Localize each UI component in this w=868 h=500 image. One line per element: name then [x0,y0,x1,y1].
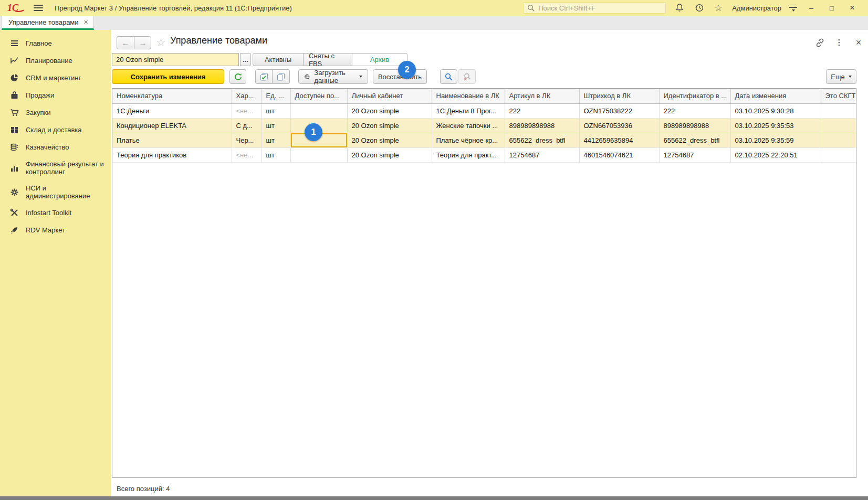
cell[interactable]: 20 Ozon simple [347,133,432,147]
column-header[interactable]: Хар... [232,89,262,103]
cell[interactable]: 12754687 [505,147,579,162]
sidebar-item-administration[interactable]: НСИ и администрирование [0,180,111,204]
cell[interactable]: шт [262,133,290,147]
sidebar-item-rdv-market[interactable]: RDV Маркет [0,221,111,239]
check-all-button[interactable] [255,69,273,84]
cell[interactable]: <не... [232,147,262,162]
cell[interactable]: 1С:Деньги [112,103,232,118]
sidebar-item-planning[interactable]: Планирование [0,52,111,69]
refresh-button[interactable] [229,69,246,84]
cell[interactable]: шт [262,118,290,133]
app-window: 1С Препрод Маркет 3 / Управление торговл… [0,0,868,500]
cell[interactable]: шт [262,103,290,118]
filter-active-button[interactable]: Активны [253,53,304,66]
cell[interactable] [290,147,347,162]
cell[interactable]: С д... [232,118,262,133]
cell[interactable]: Теория для практиков [112,147,232,162]
column-header[interactable]: Артикул в ЛК [505,89,579,103]
find-button[interactable] [440,69,457,84]
table-row: Теория для практиков <не... шт 20 Ozon s… [112,147,856,162]
filter-removed-fbs-button[interactable]: Сняты с FBS [304,53,352,66]
column-header[interactable]: Наименование в ЛК [432,89,505,103]
cell[interactable]: OZN175038222 [579,103,659,118]
cell[interactable]: 03.10.2025 9:35:53 [730,118,821,133]
cabinet-choose-button[interactable]: ... [240,53,251,66]
cell[interactable]: OZN667053936 [579,118,659,133]
cell[interactable]: Платье [112,133,232,147]
uncheck-all-button[interactable] [273,69,290,84]
table-row: Кондиционер ELEKTA С д... шт 20 Ozon sim… [112,118,856,133]
cell[interactable]: 4601546074621 [579,147,659,162]
forward-button[interactable]: → [134,36,151,49]
global-search[interactable] [523,2,666,14]
cell[interactable] [821,133,856,147]
annotation-badge-2: 2 [398,61,416,79]
cell[interactable] [821,147,856,162]
cell[interactable]: Кондиционер ELEKTA [112,118,232,133]
cell[interactable] [821,103,856,118]
favorites-star-icon[interactable]: ☆ [713,2,724,14]
cell[interactable]: 20 Ozon simple [347,103,432,118]
cell[interactable]: Теория для практ... [432,147,505,162]
sidebar-item-purchasing[interactable]: Закупки [0,104,111,121]
current-user-label[interactable]: Администратор [732,4,781,12]
service-menu-icon[interactable] [789,5,797,12]
cell[interactable]: 4412659635894 [579,133,659,147]
cabinet-filter-input[interactable] [112,53,239,66]
tab-product-management[interactable]: Управление товарами × [2,16,94,30]
cell[interactable] [290,103,347,118]
history-icon[interactable] [693,2,705,14]
cell[interactable]: 20 Ozon simple [347,147,432,162]
cell[interactable]: 12754687 [659,147,730,162]
sidebar-item-sales[interactable]: Продажи [0,87,111,104]
sidebar-item-treasury[interactable]: Казначейство [0,139,111,156]
notifications-bell-icon[interactable] [674,2,685,14]
sidebar-item-crm[interactable]: CRM и маркетинг [0,69,111,87]
cell[interactable]: 02.10.2025 22:20:51 [730,147,821,162]
cell[interactable]: 222 [659,103,730,118]
cell[interactable]: 20 Ozon simple [347,118,432,133]
column-header[interactable]: Штрихкод в ЛК [579,89,659,103]
more-actions-button[interactable]: Еще [826,69,856,84]
cell[interactable]: Платье чёрное кр... [432,133,505,147]
column-header[interactable]: Личный кабинет [347,89,432,103]
window-maximize-button[interactable]: □ [825,4,838,12]
cell[interactable]: Женские тапочки ... [432,118,505,133]
cell[interactable]: 898989898988 [659,118,730,133]
form-close-icon[interactable]: × [853,37,864,48]
cell[interactable]: 03.10.2025 9:30:28 [730,103,821,118]
cell[interactable]: шт [262,147,290,162]
save-changes-button[interactable]: Сохранить изменения [112,69,224,84]
sidebar-item-warehouse[interactable]: Склад и доставка [0,121,111,139]
cell[interactable]: 655622_dress_btfl [505,133,579,147]
column-header[interactable]: Номенклатура [112,89,232,103]
cell[interactable]: 03.10.2025 9:35:59 [730,133,821,147]
column-header[interactable]: Идентификатор в ... [659,89,730,103]
cell[interactable] [821,118,856,133]
column-header[interactable]: Ед. ... [262,89,290,103]
cell[interactable]: 222 [505,103,579,118]
back-button[interactable]: ← [117,36,134,49]
tab-close-icon[interactable]: × [84,18,88,26]
more-menu-kebab-icon[interactable]: ⋮ [834,37,844,48]
column-header[interactable]: Доступен по... [290,89,347,103]
sidebar-item-main[interactable]: Главное [0,35,111,52]
cell[interactable]: 655622_dress_btfl [659,133,730,147]
get-link-icon[interactable] [814,37,825,48]
rocket-icon [10,226,19,235]
column-header[interactable]: Это СКГТ [821,89,856,103]
cell[interactable]: <не... [232,103,262,118]
window-close-button[interactable]: × [846,3,859,13]
column-header[interactable]: Дата изменения [730,89,821,103]
main-menu-icon[interactable] [34,5,43,11]
cell[interactable]: Чер... [232,133,262,147]
global-search-input[interactable] [538,4,662,12]
load-data-button[interactable]: Загрузить данные [298,69,368,84]
window-minimize-button[interactable]: – [805,4,818,12]
cancel-search-button[interactable] [458,69,476,84]
form-favorite-star-icon[interactable]: ☆ [156,36,166,49]
cell[interactable]: 1С:Деньги 8 Прог... [432,103,505,118]
sidebar-item-infostart-toolkit[interactable]: Infostart Toolkit [0,204,111,221]
cell[interactable]: 898989898988 [505,118,579,133]
sidebar-item-finance[interactable]: Финансовый результат и контроллинг [0,156,111,180]
